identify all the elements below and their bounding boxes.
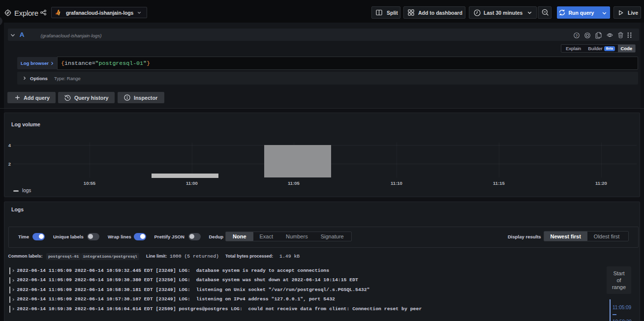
svg-text:?: ? — [576, 33, 578, 37]
